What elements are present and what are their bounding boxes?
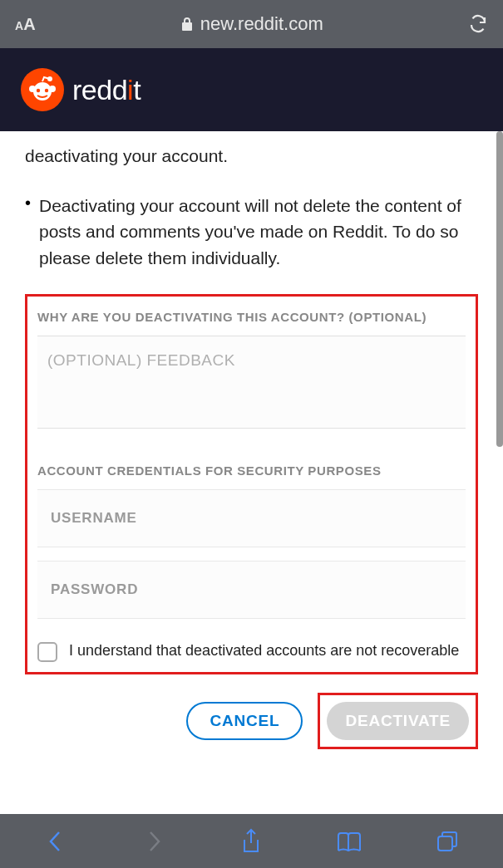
reddit-logo-icon[interactable] <box>21 68 64 111</box>
svg-point-2 <box>49 86 56 92</box>
bookmarks-icon[interactable] <box>333 825 366 858</box>
deactivate-button[interactable]: DEACTIVATE <box>327 702 469 740</box>
svg-point-5 <box>45 89 48 92</box>
main-content: deactivating your account. • Deactivatin… <box>0 131 503 814</box>
back-icon[interactable] <box>39 825 72 858</box>
browser-address-bar: AA new.reddit.com <box>0 0 503 48</box>
feedback-textarea[interactable] <box>37 336 466 429</box>
scrollbar[interactable] <box>496 131 503 447</box>
username-field[interactable] <box>37 489 466 547</box>
browser-bottom-toolbar <box>0 814 503 868</box>
text-size-icon[interactable]: AA <box>15 15 36 34</box>
svg-rect-6 <box>438 836 452 851</box>
forward-icon[interactable] <box>137 825 170 858</box>
svg-point-4 <box>37 89 40 92</box>
bullet-icon: • <box>25 193 31 272</box>
info-partial-line: deactivating your account. <box>25 131 478 169</box>
confirm-checkbox-row: I understand that deactivated accounts a… <box>37 640 466 662</box>
password-field[interactable] <box>37 561 466 619</box>
confirm-checkbox-label: I understand that deactivated accounts a… <box>69 640 459 661</box>
info-bullet: • Deactivating your account will not del… <box>25 193 478 272</box>
url-display[interactable]: new.reddit.com <box>44 13 460 35</box>
form-highlight-box: WHY ARE YOU DEACTIVATING THIS ACCOUNT? (… <box>25 294 478 674</box>
feedback-label: WHY ARE YOU DEACTIVATING THIS ACCOUNT? (… <box>37 310 466 324</box>
credentials-label: ACCOUNT CREDENTIALS FOR SECURITY PURPOSE… <box>37 463 466 478</box>
svg-point-1 <box>29 86 36 92</box>
share-icon[interactable] <box>234 825 268 858</box>
cancel-button[interactable]: CANCEL <box>186 702 303 740</box>
lock-icon <box>180 17 194 32</box>
deactivate-highlight-box: DEACTIVATE <box>318 693 478 749</box>
reddit-header: reddit <box>0 48 503 131</box>
url-text: new.reddit.com <box>200 13 323 35</box>
button-row: CANCEL DEACTIVATE <box>25 693 478 749</box>
confirm-checkbox[interactable] <box>37 642 57 662</box>
tabs-icon[interactable] <box>431 825 464 858</box>
reload-icon[interactable] <box>468 13 488 35</box>
reddit-wordmark: reddit <box>72 74 141 106</box>
bullet-text: Deactivating your account will not delet… <box>39 193 478 272</box>
